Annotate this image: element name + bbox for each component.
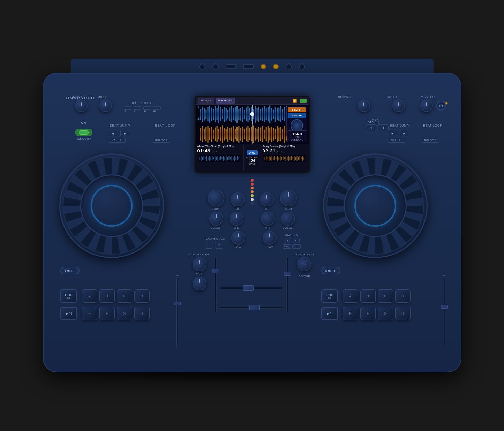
booth-knob[interactable] <box>392 99 405 112</box>
pad-H-right[interactable]: H <box>395 307 411 320</box>
jog-wheel-right[interactable] <box>323 153 428 258</box>
svg-rect-91 <box>253 125 254 143</box>
cue-btn-right[interactable]: CUE (2X) <box>321 289 338 303</box>
pad-A-right[interactable]: A <box>343 289 358 303</box>
level-depth-knob[interactable] <box>297 257 311 271</box>
beat-jump-left-btn-right[interactable]: ◄ <box>388 130 397 136</box>
low-knob-right[interactable] <box>263 231 277 245</box>
pad-C-left[interactable]: C <box>117 289 132 303</box>
color-knob-right[interactable] <box>281 212 295 226</box>
beat-fx-left-btn[interactable]: ◄ <box>284 238 291 243</box>
value-btn-left[interactable]: VALUE <box>108 138 126 143</box>
svg-rect-152 <box>264 157 265 160</box>
pad-H-left[interactable]: H <box>134 307 150 320</box>
faders-section: CUE/MASTER LEVEL <box>176 252 328 313</box>
trim-knob-left[interactable] <box>208 190 224 206</box>
screen-tab-waveform[interactable]: WAVEFORM <box>216 98 235 104</box>
play-btn-right[interactable]: ►/II <box>321 307 338 320</box>
pad-B-left[interactable]: B <box>99 289 115 303</box>
vu-red-1 <box>251 179 254 182</box>
master-knob[interactable] <box>420 99 433 112</box>
mid-knob-left[interactable] <box>230 212 243 226</box>
svg-rect-62 <box>200 128 201 140</box>
crossfader-handle-2[interactable] <box>249 305 260 310</box>
svg-rect-180 <box>303 157 304 160</box>
channel-fader-cap-right[interactable] <box>284 272 291 276</box>
bt-btn-3[interactable]: ⏮ <box>143 106 151 110</box>
beat-jump-left-btn[interactable]: ◄ <box>108 130 118 136</box>
cue-btn-left[interactable]: CUE (2X) <box>60 289 77 303</box>
shift-btn-left[interactable]: SHIFT <box>60 267 80 274</box>
headphones-btn-1[interactable]: 1 <box>205 242 213 249</box>
crossfader-handle[interactable] <box>243 285 254 291</box>
jog-inner-right[interactable] <box>344 174 407 237</box>
headphones-btn-2[interactable]: 2 <box>215 242 223 249</box>
mid-knob-right[interactable] <box>261 212 275 226</box>
screen-tab-browse[interactable]: BROWSE <box>198 98 214 104</box>
jog-inner-left[interactable] <box>80 174 143 237</box>
pad-F-left[interactable]: F <box>99 307 115 320</box>
pad-E-left[interactable]: E <box>82 307 97 320</box>
hi-knob-right[interactable] <box>260 192 274 206</box>
pad-G-right[interactable]: G <box>378 307 393 320</box>
bt-btn-4[interactable]: ⏭ <box>153 106 161 110</box>
color-knob-left[interactable] <box>209 212 223 226</box>
sync-btn[interactable]: SYNC <box>247 150 258 155</box>
pad-B-right[interactable]: B <box>360 289 376 303</box>
channel-fader-cap-left[interactable] <box>212 269 219 273</box>
jog-outer-left[interactable] <box>59 153 164 258</box>
controller-body: OMNIS-DUO MIC 1 MIC 2 BLUETOOTH ⊕ 🎧 ⏮ <box>43 73 461 372</box>
pad-D-left[interactable]: D <box>134 289 150 303</box>
reloop-btn-right[interactable]: RELOOP <box>422 138 439 143</box>
pad-E-right[interactable]: E <box>343 307 358 320</box>
svg-rect-177 <box>299 156 300 160</box>
svg-rect-27 <box>247 106 248 122</box>
low-knob-left[interactable] <box>231 231 245 245</box>
shift-btn-right[interactable]: SHIFT <box>321 267 340 274</box>
screen[interactable]: BROWSE WAVEFORM 📶 1 <box>195 96 310 173</box>
load-btn-2[interactable]: 2 <box>379 124 389 132</box>
pitch-fader-right[interactable]: — + <box>440 274 449 350</box>
channel-fader-left[interactable] <box>215 257 217 313</box>
beat-fx-right-btn[interactable]: ► <box>293 238 300 243</box>
beat-jump-right-btn[interactable]: ► <box>120 130 130 136</box>
level-knob-left[interactable] <box>193 277 206 290</box>
pad-F-right[interactable]: F <box>360 307 376 320</box>
bt-btn-2[interactable]: 🎧 <box>134 106 141 110</box>
value-btn-right[interactable]: VALUE <box>388 138 405 143</box>
power-btn[interactable]: ⏻ <box>436 101 446 111</box>
channel-fader-right[interactable] <box>286 257 288 313</box>
talkover-btn[interactable] <box>75 129 92 136</box>
jog-outer-right[interactable] <box>323 153 428 258</box>
fx-master-btn[interactable]: MASTER <box>288 113 306 118</box>
pad-C-right[interactable]: C <box>378 289 393 303</box>
hi-knob-left[interactable] <box>231 192 245 206</box>
center-section: BROWSE WAVEFORM 📶 1 <box>176 92 328 365</box>
reloop-btn-left[interactable]: RELOOP <box>153 138 170 143</box>
cue-master-knob[interactable] <box>193 257 206 271</box>
jog-wheel-left[interactable] <box>59 153 164 258</box>
beat-jump-right-btn-right[interactable]: ► <box>400 130 409 136</box>
browse-knob[interactable] <box>358 99 370 112</box>
usb-port <box>226 64 236 69</box>
pad-A-left[interactable]: A <box>82 289 97 303</box>
svg-rect-156 <box>270 157 271 160</box>
fx-dial[interactable] <box>291 119 303 132</box>
mic2-knob[interactable] <box>99 99 112 112</box>
pitch-fader-handle-right[interactable] <box>441 305 448 309</box>
pad-D-right[interactable]: D <box>395 289 411 303</box>
talkover-on-label: ON <box>73 121 94 124</box>
auto-btn[interactable]: AUTO <box>283 244 291 249</box>
svg-rect-35 <box>262 108 263 121</box>
eq-color-left-col: COLOR <box>209 212 223 229</box>
fx-flanger-btn[interactable]: FLANGER <box>288 107 306 112</box>
track2-info: Rainy Season (Original Mix) 02:21.000 <box>261 144 309 172</box>
pad-G-left[interactable]: G <box>117 307 132 320</box>
trim-knob-right[interactable] <box>280 190 297 206</box>
load-btn-1[interactable]: 1 <box>367 124 376 132</box>
bt-btn-1[interactable]: ⊕ <box>124 106 131 110</box>
svg-rect-129 <box>209 156 210 161</box>
mic1-knob[interactable] <box>75 99 88 112</box>
play-btn-left[interactable]: ►/II <box>60 307 77 320</box>
tap-btn[interactable]: TAP <box>292 244 301 249</box>
